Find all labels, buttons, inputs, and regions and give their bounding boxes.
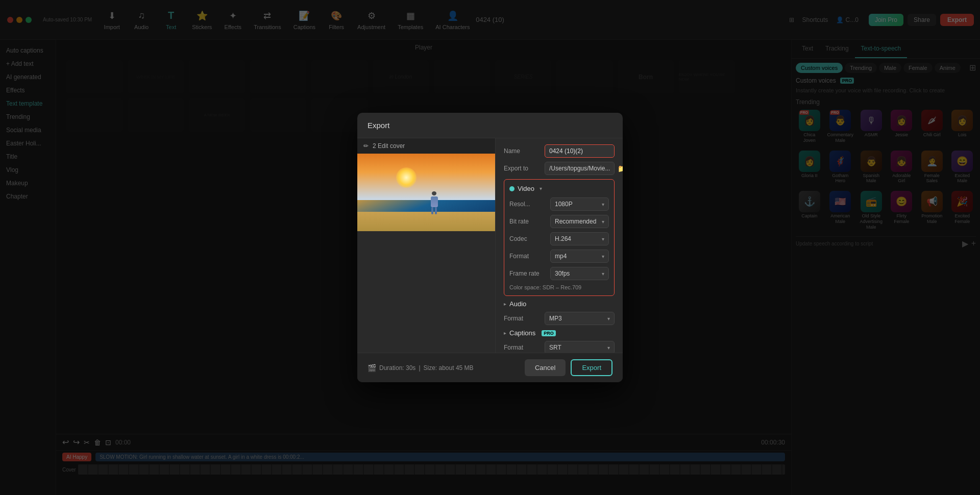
video-section-box: Video ▾ Resol... 1080P ▾ Bit rate xyxy=(504,179,615,296)
color-space-label: Color space: SDR – Rec.709 xyxy=(509,284,609,290)
audio-section: ▸ Audio Format MP3 ▾ xyxy=(504,300,615,325)
setting-row-format: Format mp4 ▾ xyxy=(509,250,609,263)
video-arrow: ▾ xyxy=(540,186,542,191)
modal-body: ✏ 2 Edit cover xyxy=(357,138,623,353)
video-section-header: Video ▾ xyxy=(509,185,609,192)
export-modal-button[interactable]: Export xyxy=(571,359,612,376)
film-icon: 🎬 xyxy=(368,364,376,372)
captions-format-select[interactable]: SRT ▾ xyxy=(545,341,615,353)
setting-row-bitrate: Bit rate Recommended ▾ xyxy=(509,215,609,228)
captions-format-chevron: ▾ xyxy=(607,345,610,351)
footer-size: Size: about 45 MB xyxy=(424,364,474,372)
format-select[interactable]: mp4 ▾ xyxy=(550,250,609,263)
bitrate-chevron: ▾ xyxy=(602,219,604,225)
export-modal: Export ✏ 2 Edit cover xyxy=(357,113,623,382)
framerate-select[interactable]: 30fps ▾ xyxy=(550,267,609,280)
modal-title: Export xyxy=(357,113,623,138)
audio-format-select[interactable]: MP3 ▾ xyxy=(545,312,615,325)
setting-row-framerate: Frame rate 30fps ▾ xyxy=(509,267,609,280)
edit-icon: ✏ xyxy=(363,142,369,150)
modal-footer-buttons: Cancel Export xyxy=(525,359,612,376)
modal-preview-header: ✏ 2 Edit cover xyxy=(357,138,495,154)
modal-overlay: Export ✏ 2 Edit cover xyxy=(0,0,980,495)
bitrate-select[interactable]: Recommended ▾ xyxy=(550,215,609,228)
cancel-button[interactable]: Cancel xyxy=(525,359,566,376)
audio-expand-icon: ▸ xyxy=(504,301,506,307)
resolution-chevron: ▾ xyxy=(602,202,604,207)
setting-row-export-to: Export to /Users/topgus/Movie... 📁 xyxy=(504,162,615,175)
beach-figure xyxy=(431,191,437,214)
codec-chevron: ▾ xyxy=(602,236,604,242)
captions-section: ▸ Captions PRO Format SRT ▾ xyxy=(504,329,615,353)
modal-footer: 🎬 Duration: 30s | Size: about 45 MB Canc… xyxy=(357,353,623,382)
codec-select[interactable]: H.264 ▾ xyxy=(550,232,609,245)
video-dot xyxy=(509,186,514,191)
name-input[interactable] xyxy=(545,144,615,158)
format-chevron: ▾ xyxy=(602,254,604,259)
audio-toggle-row[interactable]: ▸ Audio xyxy=(504,300,615,308)
beach-sun xyxy=(396,167,416,188)
resolution-select[interactable]: 1080P ▾ xyxy=(550,197,609,211)
modal-preview-panel: ✏ 2 Edit cover xyxy=(357,138,495,353)
framerate-chevron: ▾ xyxy=(602,271,604,277)
name-field[interactable] xyxy=(549,147,610,155)
captions-expand-icon: ▸ xyxy=(504,330,506,336)
captions-toggle-row[interactable]: ▸ Captions PRO xyxy=(504,329,615,337)
footer-duration: Duration: 30s xyxy=(379,364,415,372)
export-to-input[interactable]: /Users/topgus/Movie... xyxy=(545,162,615,175)
setting-row-resolution: Resol... 1080P ▾ xyxy=(509,197,609,211)
setting-row-name: Name xyxy=(504,144,615,158)
audio-format-chevron: ▾ xyxy=(607,316,610,321)
footer-info: 🎬 Duration: 30s | Size: about 45 MB xyxy=(368,364,474,372)
footer-separator: | xyxy=(419,364,420,372)
setting-row-captions-format: Format SRT ▾ xyxy=(504,341,615,353)
beach-sand xyxy=(357,212,495,231)
setting-row-audio-format: Format MP3 ▾ xyxy=(504,312,615,325)
modal-settings-panel: Name Export to /Users/topgus/Movie... 📁 xyxy=(495,138,623,353)
modal-video-thumbnail xyxy=(357,154,495,231)
folder-button[interactable]: 📁 xyxy=(618,164,623,172)
setting-row-codec: Codec H.264 ▾ xyxy=(509,232,609,245)
